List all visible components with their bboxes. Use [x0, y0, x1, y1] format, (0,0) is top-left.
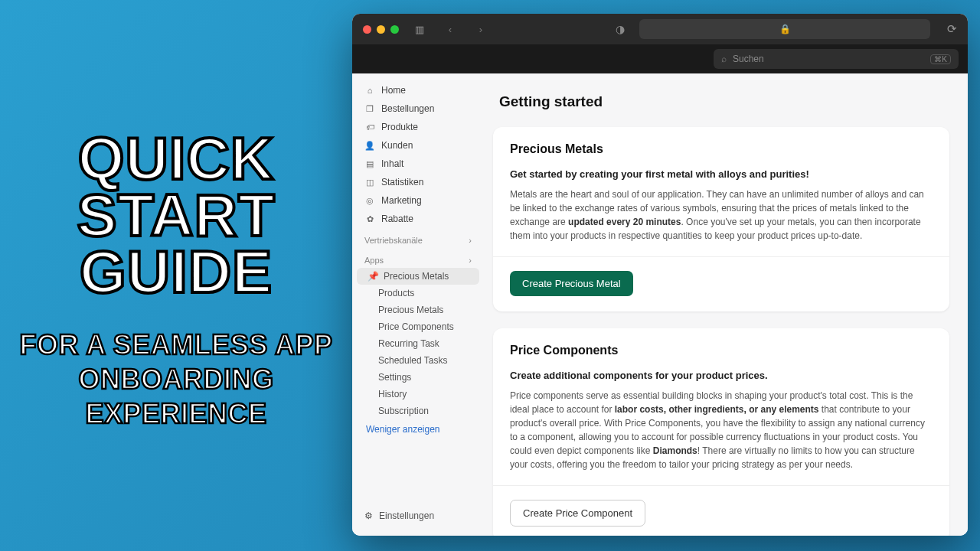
reload-button[interactable]: ⟳ [947, 22, 957, 36]
sidebar-item-rabatte[interactable]: ✿Rabatte [357, 210, 479, 228]
show-less-link[interactable]: Weniger anzeigen [357, 419, 479, 438]
nav-icon: ▤ [364, 159, 375, 169]
card-heading: Price Components [510, 344, 933, 357]
sidebar-item-label: Bestellungen [381, 103, 434, 114]
page-title: Getting started [499, 93, 949, 110]
sidebar-toggle-icon[interactable]: ▥ [410, 21, 430, 37]
search-input[interactable]: ⌕ Suchen ⌘K [714, 49, 959, 69]
card-lead: Get started by creating your first metal… [510, 168, 933, 180]
app-topbar: ⌕ Suchen ⌘K [352, 44, 968, 73]
gear-icon: ⚙ [364, 510, 373, 521]
search-shortcut: ⌘K [930, 54, 951, 64]
card-precious-metals: Precious MetalsGet started by creating y… [493, 127, 949, 311]
sidebar-section-apps[interactable]: Apps› [357, 248, 479, 268]
sidebar-settings[interactable]: ⚙Einstellungen [357, 507, 442, 525]
sidebar-item-label: Inhalt [381, 158, 403, 169]
sidebar: ⌂Home❐Bestellungen🏷Produkte👤Kunden▤Inhal… [352, 73, 482, 536]
sidebar-item-kunden[interactable]: 👤Kunden [357, 136, 479, 155]
sidebar-sub-products[interactable]: Products [357, 285, 479, 302]
address-bar[interactable]: 🔒 [639, 19, 930, 39]
card-body: Price components serve as essential buil… [510, 389, 933, 471]
sidebar-item-label: Marketing [381, 195, 422, 206]
sidebar-sub-settings[interactable]: Settings [357, 369, 479, 386]
card-lead: Create additional components for your pr… [510, 370, 933, 381]
sidebar-item-marketing[interactable]: ◎Marketing [357, 191, 479, 210]
nav-icon: 👤 [364, 141, 375, 151]
sidebar-item-label: Home [381, 85, 406, 96]
sidebar-item-label: Rabatte [381, 214, 413, 224]
close-window-button[interactable] [363, 25, 371, 34]
promo-overlay: QUICK START GUIDE FOR A SEAMLESS APP ONB… [15, 130, 337, 431]
divider [493, 485, 949, 486]
nav-icon: ✿ [364, 214, 375, 224]
privacy-shield-icon[interactable]: ◑ [612, 21, 629, 37]
sidebar-sub-precious-metals[interactable]: 📌Precious Metals [357, 268, 479, 285]
sidebar-item-inhalt[interactable]: ▤Inhalt [357, 155, 479, 173]
sidebar-item-produkte[interactable]: 🏷Produkte [357, 118, 479, 136]
sidebar-item-bestellungen[interactable]: ❐Bestellungen [357, 99, 479, 118]
minimize-window-button[interactable] [377, 25, 385, 34]
sidebar-sub-precious-metals[interactable]: Precious Metals [357, 302, 479, 318]
chevron-right-icon: › [469, 256, 472, 265]
nav-icon: ❐ [364, 104, 375, 114]
card-body: Metals are the heart and soul of our app… [510, 187, 933, 243]
sidebar-item-label: Produkte [381, 122, 418, 132]
create-precious-metal-button[interactable]: Create Precious Metal [510, 271, 633, 296]
sidebar-sub-price-components[interactable]: Price Components [357, 318, 479, 335]
nav-icon: ◫ [364, 178, 375, 187]
sidebar-sub-recurring-task[interactable]: Recurring Task [357, 335, 479, 352]
sidebar-item-home[interactable]: ⌂Home [357, 81, 479, 99]
nav-icon: 🏷 [364, 122, 375, 132]
sidebar-item-label: Statistiken [381, 177, 423, 187]
sidebar-sub-subscription[interactable]: Subscription [357, 403, 479, 419]
sidebar-item-statistiken[interactable]: ◫Statistiken [357, 173, 479, 191]
search-placeholder: Suchen [733, 54, 764, 64]
browser-window: ▥ ‹ › ◑ 🔒 ⟳ ⌕ Suchen ⌘K ⌂Home❐Bestellung… [352, 14, 968, 536]
nav-icon: ◎ [364, 196, 375, 206]
promo-subtitle: FOR A SEAMLESS APP ONBOARDING EXPERIENCE [15, 328, 337, 431]
sidebar-section-channels[interactable]: Vertriebskanäle› [357, 228, 479, 248]
divider [493, 256, 949, 257]
lock-icon: 🔒 [779, 24, 791, 34]
sidebar-sub-scheduled-tasks[interactable]: Scheduled Tasks [357, 352, 479, 369]
card-price-components: Price ComponentsCreate additional compon… [493, 328, 949, 536]
forward-button[interactable]: › [471, 21, 491, 37]
search-icon: ⌕ [721, 54, 727, 64]
traffic-lights [363, 25, 399, 34]
maximize-window-button[interactable] [390, 25, 399, 34]
sidebar-item-label: Kunden [381, 140, 413, 151]
sidebar-sub-history[interactable]: History [357, 386, 479, 403]
back-button[interactable]: ‹ [440, 21, 460, 37]
titlebar: ▥ ‹ › ◑ 🔒 ⟳ [352, 14, 968, 44]
chevron-right-icon: › [469, 236, 472, 245]
promo-title: QUICK START GUIDE [15, 130, 337, 300]
create-price-component-button[interactable]: Create Price Component [510, 500, 645, 527]
card-heading: Precious Metals [510, 142, 933, 156]
main-content: Getting started Precious MetalsGet start… [482, 73, 968, 536]
nav-icon: ⌂ [364, 86, 375, 95]
